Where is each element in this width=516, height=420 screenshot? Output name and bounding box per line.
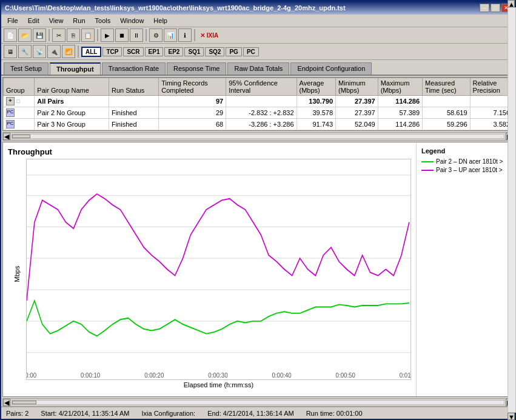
- status-bar: Pairs: 2 Start: 4/21/2014, 11:35:14 AM I…: [1, 407, 515, 419]
- toolbar-save[interactable]: 💾: [33, 28, 46, 42]
- chart-svg: 126.00 120.00 100.00 80.00 60.00 40.00 2…: [26, 159, 411, 380]
- menu-tools[interactable]: Tools: [92, 16, 115, 25]
- chart-container: Throughput Mbps: [2, 142, 514, 397]
- cell-pair2-icon: PC: [4, 107, 35, 119]
- tab-response-time[interactable]: Response Time: [167, 62, 226, 75]
- cell-all-confidence: [226, 96, 297, 107]
- scroll-thumb[interactable]: [12, 135, 30, 138]
- toolbar-settings[interactable]: ⚙: [149, 28, 163, 42]
- toolbar-cut[interactable]: ✂: [52, 28, 65, 42]
- main-window: C:\Users\Tim\Desktop\wlan_tests\linksys_…: [0, 0, 516, 420]
- legend-color-pair3: [421, 170, 434, 171]
- svg-text:0:00:40: 0:00:40: [272, 372, 291, 379]
- cell-pair3-measured: 59.296: [423, 119, 471, 130]
- cell-pair2-confidence: -2.832 : +2.832: [226, 107, 297, 119]
- toolbar-chart[interactable]: 📊: [164, 28, 177, 42]
- status-start: Start: 4/21/2014, 11:35:14 AM: [41, 410, 129, 417]
- cell-pair3-name: Pair 3 No Group: [35, 119, 109, 130]
- mode-scr[interactable]: SCR: [123, 47, 143, 56]
- title-bar: C:\Users\Tim\Desktop\wlan_tests\linksys_…: [1, 1, 515, 15]
- cell-all-icon: + □: [4, 96, 35, 107]
- cell-pair3-average: 91.743: [297, 119, 336, 130]
- mode-sq1[interactable]: SQ1: [184, 47, 204, 56]
- cell-all-measured: [423, 96, 471, 107]
- cell-pair3-records: 68: [159, 119, 226, 130]
- cell-pair3-maximum: 114.286: [378, 119, 422, 130]
- cell-pair3-icon: PC: [4, 119, 35, 130]
- chart-scroll-thumb[interactable]: [12, 401, 36, 404]
- col-run-status: Run Status: [109, 78, 158, 96]
- mode-all[interactable]: ALL: [81, 47, 101, 57]
- mode-sq2[interactable]: SQ2: [205, 47, 224, 56]
- svg-text:0:00:10: 0:00:10: [81, 372, 100, 379]
- chart-scroll-track[interactable]: [12, 400, 504, 405]
- toolbar-stop[interactable]: ⏹: [115, 28, 129, 42]
- mode-ep1[interactable]: EP1: [145, 47, 164, 56]
- x-axis-label: Elapsed time (h:mm:ss): [26, 381, 411, 388]
- window-controls: ─ □ ✕: [480, 4, 511, 12]
- menu-run[interactable]: Run: [69, 16, 89, 25]
- toolbar-open[interactable]: 📂: [18, 28, 32, 42]
- cell-pair2-measured: 58.619: [423, 107, 471, 119]
- table-scrollbar[interactable]: ◀ ▶: [2, 132, 514, 141]
- ixia-logo: ✕ IXIA: [200, 32, 218, 39]
- legend-panel: Legend Pair 2 – DN acer 1810t > Pair 3 –…: [416, 142, 513, 396]
- mode-pg[interactable]: PG: [226, 47, 241, 56]
- svg-text:0:00:50: 0:00:50: [336, 372, 355, 379]
- toolbar-copy[interactable]: ⎘: [67, 28, 80, 42]
- chart-inner: Mbps: [8, 159, 411, 388]
- status-end: End: 4/21/2014, 11:36:14 AM: [207, 410, 294, 417]
- menu-view[interactable]: View: [45, 16, 67, 25]
- menu-window[interactable]: Window: [116, 16, 147, 25]
- cell-all-status: [109, 96, 158, 107]
- tab-test-setup[interactable]: Test Setup: [4, 62, 49, 75]
- cell-pair3-status: Finished: [109, 119, 158, 130]
- window-title: C:\Users\Tim\Desktop\wlan_tests\linksys_…: [5, 4, 346, 12]
- tab-throughput[interactable]: Throughput: [50, 62, 101, 75]
- menu-edit[interactable]: Edit: [24, 16, 43, 25]
- toolbar2-btn2[interactable]: 🔧: [18, 45, 32, 58]
- tab-raw-data-totals[interactable]: Raw Data Totals: [227, 62, 289, 75]
- sep2: [97, 29, 98, 41]
- legend-scrollbar[interactable]: ▲ ▼: [508, 76, 515, 407]
- cell-pair2-maximum: 57.389: [378, 107, 422, 119]
- toolbar-run[interactable]: ▶: [101, 28, 114, 42]
- cell-all-maximum: 114.286: [378, 96, 422, 107]
- tab-transaction-rate[interactable]: Transaction Rate: [102, 62, 166, 75]
- cell-all-name: All Pairs: [35, 96, 109, 107]
- col-confidence: 95% ConfidenceInterval: [226, 78, 297, 96]
- col-measured: MeasuredTime (sec): [423, 78, 471, 96]
- menu-help[interactable]: Help: [150, 16, 171, 25]
- maximize-button[interactable]: □: [491, 4, 500, 12]
- toolbar-pause[interactable]: ⏸: [130, 28, 143, 42]
- status-runtime: Run time: 00:01:00: [306, 410, 363, 417]
- legend-scroll-track[interactable]: [508, 76, 515, 407]
- toolbar-new[interactable]: 📄: [4, 28, 17, 42]
- sep5: [78, 45, 79, 58]
- tab-endpoint-config[interactable]: Endpoint Configuration: [290, 62, 372, 75]
- scroll-track[interactable]: [12, 134, 504, 139]
- toolbar2-btn1[interactable]: 🖥: [4, 45, 17, 58]
- menu-bar: File Edit View Run Tools Window Help: [1, 15, 515, 27]
- mode-tcp[interactable]: TCP: [102, 47, 122, 56]
- cell-all-precision: [470, 96, 512, 107]
- toolbar-info[interactable]: ℹ: [178, 28, 192, 42]
- scroll-left[interactable]: ◀: [3, 133, 10, 140]
- toolbar2-btn4[interactable]: 🔌: [47, 45, 61, 58]
- toolbar2-btn5[interactable]: 📶: [62, 45, 75, 58]
- cell-pair2-status: Finished: [109, 107, 158, 119]
- toolbar-2: 🖥 🔧 📡 🔌 📶 ALL TCP SCR EP1 EP2 SQ1 SQ2 PG…: [1, 44, 515, 60]
- toolbar-paste[interactable]: 📋: [81, 28, 95, 42]
- menu-file[interactable]: File: [4, 16, 22, 25]
- cell-all-average: 130.790: [297, 96, 336, 107]
- cell-all-minimum: 27.397: [336, 96, 378, 107]
- y-axis-label: Mbps: [13, 265, 21, 282]
- chart-scrollbar[interactable]: ◀ ▶: [2, 398, 514, 407]
- minimize-button[interactable]: ─: [480, 4, 489, 12]
- sep4: [194, 29, 195, 41]
- legend-label-pair2: Pair 2 – DN acer 1810t >: [436, 158, 503, 165]
- toolbar2-btn3[interactable]: 📡: [33, 45, 46, 58]
- mode-pc[interactable]: PC: [243, 47, 259, 56]
- mode-ep2[interactable]: EP2: [164, 47, 183, 56]
- chart-scroll-left[interactable]: ◀: [3, 399, 10, 406]
